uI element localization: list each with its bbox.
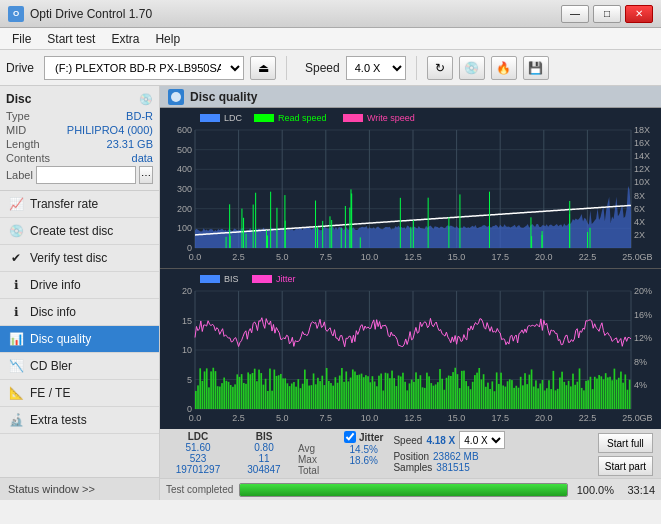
menu-start-test[interactable]: Start test	[39, 30, 103, 48]
nav-items: 📈 Transfer rate 💿 Create test disc ✔ Ver…	[0, 191, 159, 477]
sidebar-item-disc-info[interactable]: ℹ Disc info	[0, 299, 159, 326]
fe-te-icon: 📐	[8, 385, 24, 401]
position-value: 23862 MB	[433, 451, 479, 462]
disc-quality-icon: 📊	[8, 331, 24, 347]
label-input[interactable]	[36, 166, 136, 184]
disc-info-panel: Disc 💿 Type BD-R MID PHILIPRO4 (000) Len…	[0, 86, 159, 191]
sidebar-item-create-test-disc[interactable]: 💿 Create test disc	[0, 218, 159, 245]
progress-track	[239, 483, 568, 497]
sidebar-item-extra-tests[interactable]: 🔬 Extra tests	[0, 407, 159, 434]
speed-stat-label: Speed	[393, 435, 422, 446]
status-window-label: Status window >>	[8, 483, 95, 495]
label-label: Label	[6, 169, 33, 181]
disc-panel-icon: 💿	[139, 93, 153, 106]
jitter-checkbox[interactable]	[344, 431, 356, 443]
sidebar-item-fe-te[interactable]: 📐 FE / TE	[0, 380, 159, 407]
sidebar-item-transfer-rate[interactable]: 📈 Transfer rate	[0, 191, 159, 218]
progress-time: 33:14	[620, 484, 655, 496]
disc-icon-btn[interactable]: 💿	[459, 56, 485, 80]
samples-value: 381515	[436, 462, 469, 473]
length-label: Length	[6, 138, 40, 150]
upper-chart	[160, 108, 661, 269]
start-part-button[interactable]: Start part	[598, 456, 653, 476]
length-value: 23.31 GB	[107, 138, 153, 150]
contents-label: Contents	[6, 152, 50, 164]
ldc-avg: 51.60	[168, 442, 228, 453]
menu-file[interactable]: File	[4, 30, 39, 48]
nav-label-extra-tests: Extra tests	[30, 413, 87, 427]
speed-stat-value: 4.18 X	[426, 435, 455, 446]
speed-select[interactable]: 4.0 X	[346, 56, 406, 80]
sidebar-item-drive-info[interactable]: ℹ Drive info	[0, 272, 159, 299]
type-label: Type	[6, 110, 30, 122]
lower-chart	[160, 269, 661, 429]
bis-avg: 0.80	[234, 442, 294, 453]
maximize-button[interactable]: □	[593, 5, 621, 23]
menu-extra[interactable]: Extra	[103, 30, 147, 48]
sidebar: Disc 💿 Type BD-R MID PHILIPRO4 (000) Len…	[0, 86, 160, 500]
speed-label: Speed	[305, 61, 340, 75]
position-label: Position	[393, 451, 429, 462]
ldc-max: 523	[168, 453, 228, 464]
create-disc-icon: 💿	[8, 223, 24, 239]
speed-select-bottom[interactable]: 4.0 X	[459, 431, 505, 449]
sidebar-item-cd-bler[interactable]: 📉 CD Bler	[0, 353, 159, 380]
burn-icon-btn[interactable]: 🔥	[491, 56, 517, 80]
drive-select[interactable]: (F:) PLEXTOR BD-R PX-LB950SA 1.06	[44, 56, 244, 80]
save-button[interactable]: 💾	[523, 56, 549, 80]
verify-disc-icon: ✔	[8, 250, 24, 266]
nav-label-cd-bler: CD Bler	[30, 359, 72, 373]
nav-label-fe-te: FE / TE	[30, 386, 70, 400]
disc-info-icon: ℹ	[8, 304, 24, 320]
toolbar-separator	[286, 56, 287, 80]
toolbar: Drive (F:) PLEXTOR BD-R PX-LB950SA 1.06 …	[0, 50, 661, 86]
nav-label-disc-info: Disc info	[30, 305, 76, 319]
contents-value: data	[132, 152, 153, 164]
eject-button[interactable]: ⏏	[250, 56, 276, 80]
disc-quality-header: Disc quality	[160, 86, 661, 108]
content-area: Disc quality LDC 51.60 523 19701297	[160, 86, 661, 500]
jitter-header: Jitter	[359, 432, 383, 443]
charts-container	[160, 108, 661, 428]
mid-label: MID	[6, 124, 26, 136]
nav-label-drive-info: Drive info	[30, 278, 81, 292]
nav-label-disc-quality: Disc quality	[30, 332, 91, 346]
refresh-button[interactable]: ↻	[427, 56, 453, 80]
progress-bar-row: Test completed 100.0% 33:14	[160, 478, 661, 500]
start-full-button[interactable]: Start full	[598, 433, 653, 453]
nav-label-transfer-rate: Transfer rate	[30, 197, 98, 211]
avg-label: Avg	[298, 443, 338, 454]
title-bar: O Opti Drive Control 1.70 — □ ✕	[0, 0, 661, 28]
type-value: BD-R	[126, 110, 153, 122]
svg-point-0	[171, 92, 181, 102]
bis-header: BIS	[234, 431, 294, 442]
menu-help[interactable]: Help	[147, 30, 188, 48]
progress-pct: 100.0%	[574, 484, 614, 496]
disc-quality-header-icon	[168, 89, 184, 105]
lower-chart-canvas	[160, 269, 661, 429]
mid-value: PHILIPRO4 (000)	[67, 124, 153, 136]
ldc-header: LDC	[168, 431, 228, 442]
cd-bler-icon: 📉	[8, 358, 24, 374]
sidebar-item-verify-test-disc[interactable]: ✔ Verify test disc	[0, 245, 159, 272]
toolbar-separator-2	[416, 56, 417, 80]
total-label: Total	[298, 465, 338, 476]
max-label: Max	[298, 454, 338, 465]
menu-bar: File Start test Extra Help	[0, 28, 661, 50]
minimize-button[interactable]: —	[561, 5, 589, 23]
sidebar-item-disc-quality[interactable]: 📊 Disc quality	[0, 326, 159, 353]
close-button[interactable]: ✕	[625, 5, 653, 23]
progress-status: Test completed	[166, 484, 233, 495]
app-title: Opti Drive Control 1.70	[30, 7, 152, 21]
status-window-button[interactable]: Status window >>	[0, 477, 159, 500]
main-area: Disc 💿 Type BD-R MID PHILIPRO4 (000) Len…	[0, 86, 661, 500]
transfer-rate-icon: 📈	[8, 196, 24, 212]
samples-label: Samples	[393, 462, 432, 473]
jitter-max: 18.6%	[344, 455, 383, 466]
bis-max: 11	[234, 453, 294, 464]
jitter-avg: 14.5%	[344, 444, 383, 455]
disc-quality-title: Disc quality	[190, 90, 257, 104]
label-browse-button[interactable]: ⋯	[139, 166, 153, 184]
bis-total: 304847	[234, 464, 294, 475]
ldc-total: 19701297	[168, 464, 228, 475]
